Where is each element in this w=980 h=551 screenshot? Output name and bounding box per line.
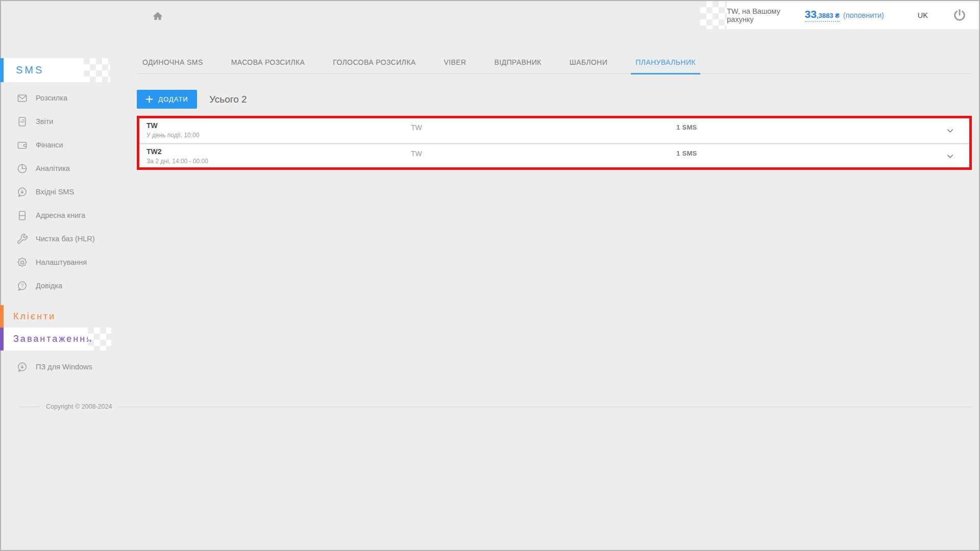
sidebar-item-label: Звіти — [36, 117, 53, 126]
address-book-icon — [16, 209, 28, 221]
account-balance-label: TW, на Вашому рахунку — [727, 7, 801, 23]
sidebar-downloads-nav: ПЗ для Windows — [0, 355, 118, 379]
sidebar-item-label: ПЗ для Windows — [36, 363, 92, 371]
pixel-dissolve-decoration — [700, 1, 729, 29]
sidebar-nav: Розсилка Звіти Фінанси Аналітика Вхідні … — [0, 86, 118, 297]
sidebar-item-chystka-baz[interactable]: Чистка баз (HLR) — [0, 227, 118, 251]
gear-icon — [16, 256, 28, 268]
chevron-down-icon[interactable] — [945, 151, 955, 161]
sidebar-item-rozsylka[interactable]: Розсилка — [0, 86, 118, 110]
balance-whole: 33 — [805, 8, 817, 20]
scheduler-row-tw[interactable]: TW У день події, 10:00 TW 1 SMS — [139, 118, 969, 143]
pixel-dissolve-decoration — [88, 328, 111, 350]
row-main: TW У день події, 10:00 — [146, 121, 199, 139]
tab-shablony[interactable]: ШАБЛОНИ — [565, 51, 612, 73]
tab-vidpravnyk[interactable]: ВІДПРАВНИК — [490, 51, 546, 73]
pie-chart-icon — [16, 162, 28, 174]
row-schedule: У день події, 10:00 — [146, 132, 199, 139]
pixel-dissolve-decoration — [84, 58, 110, 82]
download-bubble-icon — [16, 361, 28, 373]
row-title: TW — [146, 121, 199, 130]
logout-power-icon[interactable] — [952, 8, 967, 22]
scheduler-row-tw2[interactable]: TW2 За 2 дні, 14:00 - 00:00 TW 1 SMS — [139, 143, 969, 167]
sidebar-item-pz-windows[interactable]: ПЗ для Windows — [0, 355, 118, 379]
sidebar-item-zvity[interactable]: Звіти — [0, 110, 118, 133]
row-volume: 1 SMS — [676, 123, 697, 131]
sidebar-item-label: Аналітика — [36, 164, 70, 172]
add-button-label: ДОДАТИ — [158, 95, 188, 103]
sidebar-item-label: Налаштування — [36, 258, 87, 266]
app-window: TW, на Вашому рахунку 33,3883 ₴ (поповни… — [0, 0, 980, 551]
sidebar-item-vhidni-sms[interactable]: Вхідні SMS — [0, 180, 118, 204]
row-main: TW2 За 2 дні, 14:00 - 00:00 — [146, 147, 208, 165]
row-title: TW2 — [146, 147, 208, 156]
sidebar-item-label: Довідка — [36, 282, 62, 290]
sidebar-item-label: Адресна книга — [36, 211, 85, 219]
sidebar-section-sms[interactable]: SMS — [0, 58, 84, 82]
inbox-bubble-icon — [16, 186, 28, 198]
sidebar-item-analityka[interactable]: Аналітика — [0, 157, 118, 180]
report-icon — [16, 115, 28, 128]
language-code: UK — [918, 11, 928, 19]
sidebar-item-label: Розсилка — [36, 94, 67, 102]
home-icon[interactable] — [151, 10, 164, 23]
ukraine-flag-icon — [901, 11, 913, 19]
plus-icon — [145, 95, 153, 103]
envelope-icon — [16, 92, 28, 104]
wrench-icon — [16, 233, 28, 245]
row-sender: TW — [411, 123, 422, 132]
sidebar-item-nalashtuvannia[interactable]: Налаштування — [0, 251, 118, 274]
sidebar-section-clients[interactable]: Клієнти — [0, 305, 56, 328]
sidebar-section-clients-label: Клієнти — [13, 311, 56, 322]
balance-fraction: ,3883 ₴ — [817, 12, 840, 19]
sidebar-section-downloads[interactable]: Завантаження — [0, 328, 88, 350]
tab-masova-rozsylka[interactable]: МАСОВА РОЗСИЛКА — [227, 51, 310, 73]
help-bubble-icon: ? — [16, 280, 28, 292]
tab-odynochna-sms[interactable]: ОДИНОЧНА SMS — [138, 51, 208, 73]
row-schedule: За 2 дні, 14:00 - 00:00 — [146, 158, 208, 165]
total-count-label: Усього 2 — [209, 94, 247, 105]
row-sender: TW — [411, 149, 422, 158]
scheduler-toolbar: ДОДАТИ Усього 2 — [137, 90, 247, 109]
footer: Copyright © 2008-2024 — [19, 403, 972, 410]
sidebar-item-adresna-knyha[interactable]: Адресна книга — [0, 204, 118, 227]
sidebar-item-label: Чистка баз (HLR) — [36, 235, 95, 243]
divider-line — [118, 407, 972, 407]
sidebar-item-label: Фінанси — [36, 141, 63, 149]
wallet-icon — [16, 139, 28, 151]
main-tab-bar: ОДИНОЧНА SMS МАСОВА РОЗСИЛКА ГОЛОСОВА РО… — [138, 51, 972, 74]
sidebar-item-finansy[interactable]: Фінанси — [0, 133, 118, 157]
add-button[interactable]: ДОДАТИ — [137, 90, 197, 109]
tab-planuvalnyk[interactable]: ПЛАНУВАЛЬНИК — [631, 51, 700, 73]
tab-viber[interactable]: VIBER — [439, 51, 471, 73]
balance-amount[interactable]: 33,3883 ₴ — [805, 8, 840, 22]
annotation-highlight-box: TW У день події, 10:00 TW 1 SMS TW2 За 2… — [137, 116, 972, 170]
topup-link[interactable]: (поповнити) — [843, 11, 884, 19]
sidebar-section-sms-label: SMS — [16, 64, 44, 76]
sidebar-item-label: Вхідні SMS — [36, 188, 74, 196]
sidebar-section-downloads-label: Завантаження — [13, 334, 93, 344]
tab-holosova-rozsylka[interactable]: ГОЛОСОВА РОЗСИЛКА — [328, 51, 420, 73]
svg-text:?: ? — [20, 283, 23, 288]
sidebar-item-dovidka[interactable]: ? Довідка — [0, 274, 118, 297]
account-panel: TW, на Вашому рахунку 33,3883 ₴ (поповни… — [727, 1, 979, 29]
row-volume: 1 SMS — [676, 149, 697, 157]
chevron-down-icon[interactable] — [945, 126, 955, 136]
copyright-text: Copyright © 2008-2024 — [46, 403, 112, 410]
divider-line — [19, 407, 40, 407]
language-switcher[interactable]: UK — [901, 11, 928, 19]
